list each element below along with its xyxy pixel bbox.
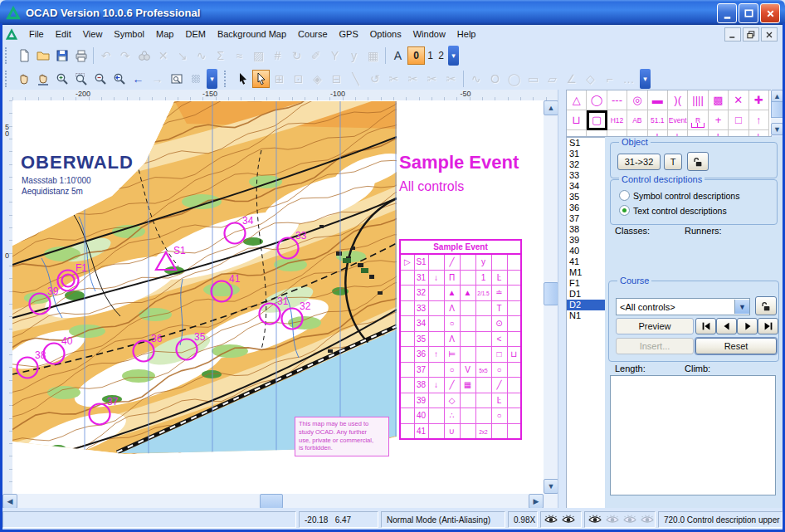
description-frame-symbol-cell[interactable]: ▢ — [587, 110, 607, 130]
insert-button[interactable]: Insert... — [616, 338, 694, 354]
palette-scroll-down-button[interactable]: ▼ — [771, 123, 783, 135]
title-bar[interactable]: OCAD Version 10.0.6 Professional — [0, 0, 785, 25]
save-button[interactable] — [52, 46, 71, 65]
toolbar-options-button[interactable]: ▾ — [640, 69, 651, 89]
zoom-out-button[interactable] — [90, 70, 110, 88]
maximize-button[interactable] — [739, 3, 758, 23]
control-list-item-40[interactable]: 40 — [567, 246, 605, 256]
corridor-symbol-cell[interactable]: |||| — [688, 90, 708, 110]
symbol-partial-2-cell[interactable]: ⌐ — [587, 130, 607, 137]
control-list-item-F1[interactable]: F1 — [567, 278, 605, 289]
reset-button[interactable]: Reset — [695, 338, 777, 354]
mdi-close-button[interactable] — [761, 27, 778, 41]
scroll-up-button[interactable]: ▲ — [544, 100, 558, 115]
leg-button[interactable]: 31->32 — [617, 154, 661, 170]
symbol-partial-9-cell[interactable]: + — [729, 130, 748, 137]
palette-scroll-up-button[interactable]: ▲ — [771, 90, 783, 102]
zoom-in-button[interactable] — [52, 70, 71, 88]
toolbar-options-button[interactable]: ▾ — [207, 69, 217, 89]
minimize-button[interactable] — [717, 3, 737, 23]
fill-button[interactable]: ▨ — [249, 46, 268, 65]
zoom-area-button[interactable] — [71, 70, 90, 88]
control-list-item-34[interactable]: 34 — [567, 181, 605, 192]
symbol-slot-2-button[interactable]: 2 — [436, 46, 446, 65]
menu-item-view[interactable]: View — [77, 27, 109, 41]
menu-item-help[interactable]: Help — [451, 27, 482, 41]
control-list-item-32[interactable]: 32 — [567, 159, 605, 170]
symbol-slot-1-button[interactable]: 1 — [425, 46, 436, 65]
select-object-button[interactable] — [233, 70, 252, 88]
symbol-partial-6-cell[interactable]: │ — [668, 130, 688, 137]
control-list-item-31[interactable]: 31 — [567, 149, 605, 159]
view-back-button[interactable]: ← — [129, 70, 148, 88]
relay-boxes-symbol-cell[interactable]: R — [688, 110, 708, 130]
control-list-item-D2[interactable]: D2 — [567, 300, 605, 310]
pan-instant-button[interactable] — [33, 70, 52, 88]
symbol-partial-10-cell[interactable]: │ — [749, 130, 769, 137]
corner-point-button[interactable]: ◈ — [308, 70, 327, 88]
refreshment-symbol-cell[interactable]: ⊔ — [567, 110, 587, 130]
control-list-item-39[interactable]: 39 — [567, 235, 605, 246]
view-forward-button[interactable]: → — [148, 70, 167, 88]
lock-button[interactable] — [687, 152, 709, 171]
ellipse-mode-button[interactable]: O — [485, 70, 505, 88]
rotate-button[interactable]: ↻ — [287, 46, 306, 65]
previous-control-button[interactable] — [716, 318, 737, 334]
curve-mode-button[interactable]: ∿ — [466, 70, 485, 88]
preview-button[interactable]: Preview — [616, 318, 694, 334]
undo-button[interactable]: ↶ — [96, 46, 115, 65]
crossing-symbol-cell[interactable]: )( — [668, 90, 688, 110]
rotate-object-button[interactable]: ↺ — [365, 70, 384, 88]
control-list-item-38[interactable]: 38 — [567, 224, 605, 235]
redo-button[interactable]: ↷ — [115, 46, 134, 65]
text-event-symbol-cell[interactable]: Event — [668, 110, 688, 130]
control-list-item-N1[interactable]: N1 — [567, 310, 605, 321]
duplicate-button[interactable]: ↘ — [173, 46, 192, 65]
control-symbol-cell[interactable]: ◯ — [587, 90, 607, 110]
cut-button[interactable]: ✂ — [384, 70, 403, 88]
control-list-item-33[interactable]: 33 — [567, 170, 605, 181]
scroll-down-button[interactable]: ▼ — [544, 479, 558, 494]
delete-button[interactable]: ✕ — [154, 46, 173, 65]
registration-cross-symbol-cell[interactable]: + — [709, 110, 729, 130]
control-list-item-35[interactable]: 35 — [567, 192, 605, 203]
move-point-button[interactable]: ⊞ — [270, 70, 289, 88]
new-document-button[interactable] — [14, 46, 33, 65]
print-button[interactable] — [71, 46, 90, 65]
horizontal-scrollbar[interactable]: ◀ ▶ — [2, 494, 544, 508]
scroll-right-button[interactable]: ▶ — [529, 494, 544, 509]
control-list-item-S1[interactable]: S1 — [567, 138, 605, 149]
menu-item-file[interactable]: File — [23, 27, 50, 41]
toolbar-grip[interactable] — [224, 71, 230, 87]
symbol-partial-8-cell[interactable]: ╵ — [709, 130, 729, 137]
menu-item-course[interactable]: Course — [292, 27, 333, 41]
view-toggle-eye-icon[interactable] — [622, 515, 637, 525]
course-select[interactable]: <All controls> ▼ — [616, 298, 750, 315]
find-button[interactable] — [134, 46, 154, 65]
zoom-previous-button[interactable] — [110, 70, 129, 88]
mdi-minimize-button[interactable] — [724, 27, 741, 41]
menu-item-dem[interactable]: DEM — [179, 27, 211, 41]
view-toggle-eye-icon[interactable] — [561, 515, 576, 525]
to-curves-button[interactable]: ∿ — [192, 46, 211, 65]
results-listbox[interactable] — [610, 375, 776, 495]
toolbar-grip[interactable] — [5, 71, 11, 87]
remove-point-button[interactable]: ⊟ — [327, 70, 346, 88]
start-symbol-cell[interactable]: △ — [567, 90, 587, 110]
measure-button[interactable]: ✐ — [306, 46, 325, 65]
control-list-item-37[interactable]: 37 — [567, 213, 605, 224]
control-list-item-41[interactable]: 41 — [567, 256, 605, 267]
control-list-item-36[interactable]: 36 — [567, 203, 605, 213]
setup-grid-button[interactable] — [186, 70, 205, 88]
cut-hole-button[interactable]: ✂ — [422, 70, 441, 88]
scroll-left-button[interactable]: ◀ — [2, 494, 17, 509]
rectangular-area-mode-button[interactable]: ▱ — [543, 70, 562, 88]
map-canvas[interactable]: S13132333435363738394041F1 OBERWALD Mass… — [12, 100, 544, 494]
first-control-button[interactable] — [695, 318, 716, 334]
freehand-mode-button[interactable]: ◇ — [581, 70, 600, 88]
finish-symbol-cell[interactable]: ◎ — [627, 90, 647, 110]
cut-area-button[interactable]: ✂ — [403, 70, 422, 88]
north-arrow-symbol-cell[interactable]: ↑ — [749, 110, 769, 130]
edit-point-button[interactable] — [252, 70, 270, 88]
smooth-button[interactable]: ≈ — [230, 46, 249, 65]
